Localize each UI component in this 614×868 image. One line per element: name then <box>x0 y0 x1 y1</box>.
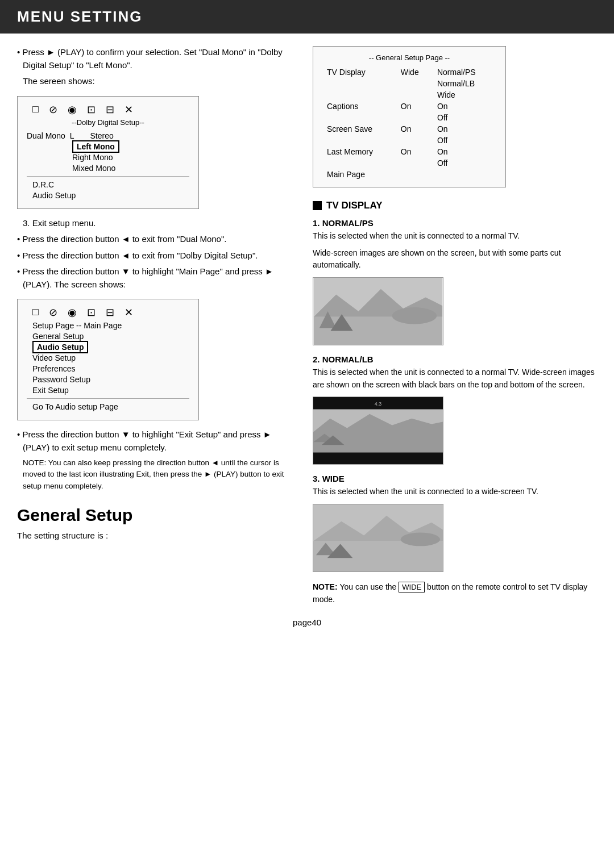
table-row-screensave-off: Off <box>322 135 496 146</box>
icon-screen-2: ⊡ <box>87 306 96 319</box>
landscape-image-2: 4:3 <box>313 397 443 465</box>
tv-wide-section: 3. WIDE This is selected when the unit i… <box>313 474 597 572</box>
menu-icons-1: □ ⊘ ◉ ⊡ ⊟ ✕ <box>27 103 189 116</box>
menu-box-title-1: --Dolby Digital Setup-- <box>27 118 189 127</box>
tv-display-title: TV DISPLAY <box>326 200 383 211</box>
setup-table-box: -- General Setup Page -- TV Display Wide… <box>313 46 506 187</box>
table-row-lastmemory: Last Memory On On <box>322 146 496 157</box>
bullet-highlight-mainpage: Press the direction button ▼ to highligh… <box>17 265 296 291</box>
icon-audio-2: ◉ <box>68 306 77 319</box>
normal-ps-title: 1. NORMAL/PS <box>313 218 597 228</box>
table-row-normal-lb: Normal/LB <box>322 78 496 89</box>
table-row-wide-opt: Wide <box>322 89 496 101</box>
left-column: Press ► (PLAY) to confirm your selection… <box>17 46 296 606</box>
page-number: page40 <box>0 617 614 639</box>
tv-normal-lb-section: 2. NORMAL/LB This is selected when the u… <box>313 354 597 465</box>
bullet-exit-dolby: Press the direction button ◄ to exit fro… <box>17 249 296 262</box>
tv-display-header: TV DISPLAY <box>313 200 597 211</box>
section-icon <box>313 201 322 210</box>
bullet-exit-setup: Press the direction button ▼ to highligh… <box>17 428 296 454</box>
bullet-exit-dual: Press the direction button ◄ to exit fro… <box>17 233 296 246</box>
icon-tv: □ <box>32 103 39 116</box>
table-row-tvdisplay: TV Display Wide Normal/PS <box>322 66 496 78</box>
normal-lb-title: 2. NORMAL/LB <box>313 354 597 364</box>
step3-label: 3. Exit setup menu. <box>17 217 296 230</box>
menu-item-audio-setup-1: Audio Setup <box>27 191 189 200</box>
normal-ps-desc2: Wide-screen images are shown on the scre… <box>313 247 597 272</box>
menu-general-setup: General Setup <box>27 332 189 341</box>
menu-box-dolby: □ ⊘ ◉ ⊡ ⊟ ✕ --Dolby Digital Setup-- Dual… <box>17 96 199 209</box>
wide-key: WIDE <box>399 582 425 592</box>
icon-lock-2: ⊟ <box>106 306 114 319</box>
note-label: NOTE: <box>313 582 339 591</box>
table-row-lastmemory-off: Off <box>322 157 496 169</box>
menu-item-left-mono: Left Mono <box>27 142 189 151</box>
wide-desc1: This is selected when the unit is connec… <box>313 486 597 498</box>
table-row-screensave: Screen Save On On <box>322 123 496 135</box>
menu-preferences: Preferences <box>27 364 189 373</box>
note-text-before: You can use the <box>339 582 399 591</box>
general-setup-title: General Setup <box>17 506 296 525</box>
wide-title: 3. WIDE <box>313 474 597 483</box>
icon-disc: ⊘ <box>49 103 57 116</box>
menu-exit-setup: Exit Setup <box>27 386 189 395</box>
menu-password-setup: Password Setup <box>27 375 189 384</box>
icon-lock: ⊟ <box>106 103 114 116</box>
landscape-image-3 <box>313 504 443 572</box>
normal-ps-desc1: This is selected when the unit is connec… <box>313 230 597 243</box>
page-title: MENU SETTING <box>17 8 597 26</box>
menu-item-right-mono: Right Mono <box>27 153 189 162</box>
normal-lb-desc1: This is selected when the unit is connec… <box>313 366 597 391</box>
note-text: NOTE: You can also keep pressing the dir… <box>17 457 296 492</box>
svg-text:4:3: 4:3 <box>375 401 381 407</box>
table-row-captions-off: Off <box>322 112 496 123</box>
right-column: -- General Setup Page -- TV Display Wide… <box>313 46 597 606</box>
tv-normal-ps-section: 1. NORMAL/PS This is selected when the u… <box>313 218 597 345</box>
setup-table: TV Display Wide Normal/PS Normal/LB Wide <box>322 66 496 180</box>
svg-point-22 <box>401 533 440 546</box>
intro-bullet-1: Press ► (PLAY) to confirm your selection… <box>17 46 296 72</box>
icon-disc-2: ⊘ <box>49 306 57 319</box>
menu-audio-setup-highlighted: Audio Setup <box>27 343 189 352</box>
icon-exit: ✕ <box>125 103 133 116</box>
menu-row-dual: Dual Mono L Stereo <box>27 131 189 140</box>
note-wide-button: NOTE: You can use the WIDE button on the… <box>313 581 597 606</box>
intro-text: The sereen shows: <box>17 75 296 88</box>
svg-rect-9 <box>313 453 443 465</box>
icon-screen: ⊡ <box>87 103 96 116</box>
menu-box-main: □ ⊘ ◉ ⊡ ⊟ ✕ Setup Page -- Main Page Gene… <box>17 299 199 420</box>
setup-table-title: -- General Setup Page -- <box>322 53 496 62</box>
icon-exit-2: ✕ <box>125 306 133 319</box>
landscape-image-1 <box>313 277 443 345</box>
icon-audio: ◉ <box>68 103 77 116</box>
table-row-mainpage: Main Page <box>322 169 496 180</box>
setting-structure-text: The setting structure is : <box>17 531 296 540</box>
menu-item-drc: D.R.C <box>27 180 189 189</box>
table-row-captions: Captions On On <box>322 101 496 112</box>
svg-point-6 <box>392 307 437 324</box>
header-bar: MENU SETTING <box>0 0 614 34</box>
menu-item-mixed-mono: Mixed Mono <box>27 164 189 173</box>
menu-video-setup: Video Setup <box>27 353 189 362</box>
menu-icons-2: □ ⊘ ◉ ⊡ ⊟ ✕ <box>27 306 189 319</box>
icon-tv-2: □ <box>32 306 39 319</box>
menu-footer: Go To Audio setup Page <box>27 402 189 411</box>
setup-page-label: Setup Page -- Main Page <box>27 321 189 330</box>
